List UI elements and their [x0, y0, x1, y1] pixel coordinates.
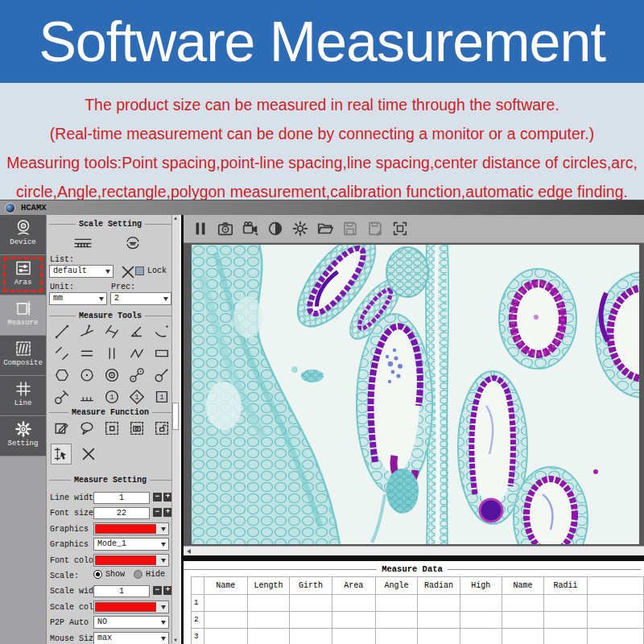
line-width-decrease-button[interactable]: −	[153, 493, 162, 502]
font-color-select[interactable]	[93, 554, 169, 567]
scale-width-decrease-button[interactable]: −	[153, 586, 162, 595]
tool-line-spacing-icon[interactable]	[78, 345, 96, 362]
tool-circle-tangent-icon[interactable]	[53, 388, 71, 406]
table-cell[interactable]	[375, 612, 418, 629]
scale-width-input[interactable]: 1	[93, 585, 150, 597]
table-cell[interactable]	[247, 595, 290, 612]
tool-concentric-circles-icon[interactable]	[103, 366, 121, 384]
font-size-decrease-button[interactable]: −	[153, 508, 162, 517]
record-button[interactable]	[242, 220, 259, 237]
table-cell[interactable]	[587, 612, 643, 629]
lock-checkbox[interactable]	[135, 266, 144, 275]
p2p-auto-save-select[interactable]: NO	[93, 616, 169, 629]
func-capture-region-icon[interactable]	[128, 419, 146, 437]
sidebar-item-device[interactable]: Device	[0, 215, 46, 255]
table-cell[interactable]	[587, 629, 643, 644]
tool-diamond-label-icon[interactable]: 1	[128, 388, 146, 406]
table-cell[interactable]	[247, 612, 290, 629]
table-cell[interactable]	[587, 595, 643, 612]
tool-line-icon[interactable]	[53, 323, 71, 341]
table-row-1[interactable]: 1	[192, 595, 644, 612]
table-cell[interactable]	[204, 629, 247, 644]
tool-point-set-icon[interactable]	[78, 388, 96, 406]
table-cell[interactable]	[290, 612, 332, 629]
scroll-up-arrow[interactable]: ▲	[172, 215, 179, 222]
table-cell[interactable]	[502, 629, 544, 644]
contrast-button[interactable]	[266, 220, 284, 237]
fullscreen-button[interactable]	[391, 220, 409, 237]
row-number[interactable]: 1	[192, 595, 204, 612]
tool-polyline-icon[interactable]	[128, 345, 146, 362]
row-number[interactable]: 3	[192, 629, 204, 644]
tool-arc-icon[interactable]	[153, 323, 171, 341]
table-cell[interactable]	[544, 595, 588, 612]
scroll-thumb[interactable]	[172, 402, 179, 430]
open-file-button[interactable]	[316, 220, 334, 237]
table-cell[interactable]	[418, 595, 460, 612]
table-cell[interactable]	[502, 595, 544, 612]
line-width-input[interactable]: 1	[93, 492, 150, 504]
pause-button[interactable]	[192, 220, 209, 237]
table-cell[interactable]	[204, 595, 247, 612]
tool-circle-distance-icon[interactable]	[128, 366, 146, 384]
scroll-down-arrow[interactable]: ▼	[172, 637, 179, 644]
tool-angle-icon[interactable]	[128, 323, 146, 341]
table-cell[interactable]	[460, 595, 502, 612]
tool-rectangle-icon[interactable]	[153, 345, 171, 362]
table-cell[interactable]	[418, 612, 460, 629]
func-callout-icon[interactable]	[78, 419, 96, 437]
row-number[interactable]: 2	[192, 612, 204, 629]
table-row-3[interactable]: 3	[192, 629, 644, 644]
radio-dot[interactable]	[93, 570, 102, 579]
snapshot-button[interactable]	[217, 220, 234, 237]
brightness-button[interactable]	[291, 220, 309, 237]
tool-vertical-lines-icon[interactable]	[103, 345, 121, 362]
table-cell[interactable]	[332, 629, 375, 644]
sidebar-item-line[interactable]: Line	[0, 376, 46, 416]
graphics-color-select[interactable]	[93, 522, 169, 535]
table-cell[interactable]	[544, 612, 588, 629]
prec-select[interactable]: 2	[110, 292, 171, 305]
sidebar-item-measure[interactable]: Measure	[0, 295, 46, 336]
tool-parallel-distance-icon[interactable]	[103, 323, 121, 341]
tool-point-line-icon[interactable]	[78, 323, 96, 341]
scroll-left-arrow[interactable]	[187, 549, 191, 554]
tool-rect-label-icon[interactable]: 1	[153, 388, 171, 406]
sidebar-item-aras[interactable]: Aras	[0, 255, 46, 295]
measure-data-table[interactable]: NameLengthGirthAreaAngleRadianHighNameRa…	[191, 576, 644, 644]
table-cell[interactable]	[290, 595, 332, 612]
mouse-size-select[interactable]: max	[93, 632, 169, 644]
tool-circle-label-icon[interactable]: 1	[103, 388, 121, 406]
func-edge-finder-icon[interactable]	[51, 444, 72, 464]
table-cell[interactable]	[332, 595, 375, 612]
func-crop-region-icon[interactable]	[103, 419, 121, 437]
table-cell[interactable]	[375, 629, 418, 644]
horizontal-scrollbar[interactable]	[184, 546, 644, 555]
func-delete-cross-icon[interactable]	[80, 445, 97, 463]
table-cell[interactable]	[290, 629, 332, 644]
table-cell[interactable]	[460, 629, 502, 644]
sidebar-item-setting[interactable]: Setting	[0, 416, 46, 456]
table-cell[interactable]	[460, 612, 502, 629]
list-select[interactable]: default	[49, 265, 114, 278]
scale-color-select[interactable]	[93, 601, 169, 613]
table-row-2[interactable]: 2	[192, 612, 644, 629]
table-cell[interactable]	[375, 595, 418, 612]
sidebar-item-composite[interactable]: Composite	[0, 336, 46, 376]
panel-scrollbar[interactable]: ▲ ▼	[171, 215, 179, 644]
table-cell[interactable]	[418, 629, 460, 644]
scissors-icon[interactable]	[118, 263, 132, 281]
scale-radio-show[interactable]: Show	[93, 570, 125, 579]
tool-parallel-lines-icon[interactable]	[53, 345, 71, 362]
linear-scale-icon[interactable]	[72, 234, 93, 252]
func-edit-annotation-icon[interactable]	[53, 419, 71, 437]
func-lock-region-icon[interactable]	[153, 419, 171, 437]
radio-dot[interactable]	[134, 570, 142, 579]
font-size-input[interactable]: 22	[93, 507, 150, 519]
circular-scale-icon[interactable]	[122, 234, 143, 252]
table-cell[interactable]	[204, 612, 247, 629]
tool-center-circle-icon[interactable]	[78, 366, 96, 384]
table-cell[interactable]	[247, 629, 290, 644]
image-viewport[interactable]	[184, 243, 644, 546]
unit-select[interactable]: mm	[49, 292, 107, 305]
